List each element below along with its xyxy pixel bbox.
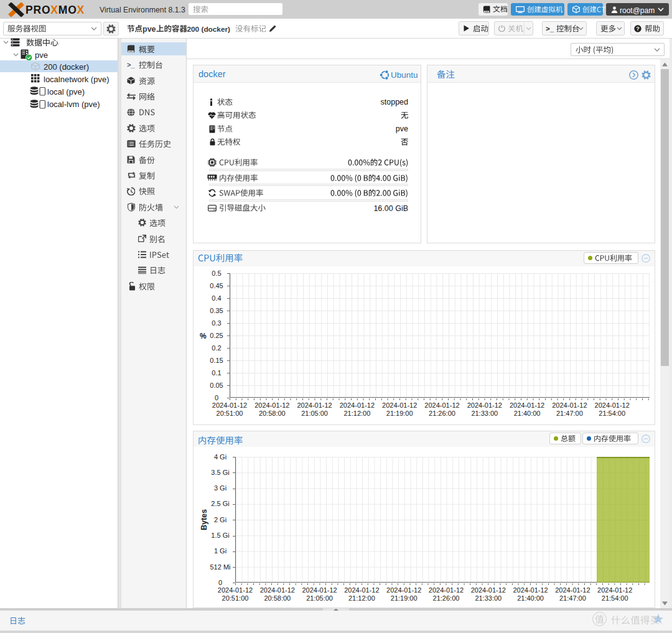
svg-text:?: ? bbox=[636, 26, 640, 32]
